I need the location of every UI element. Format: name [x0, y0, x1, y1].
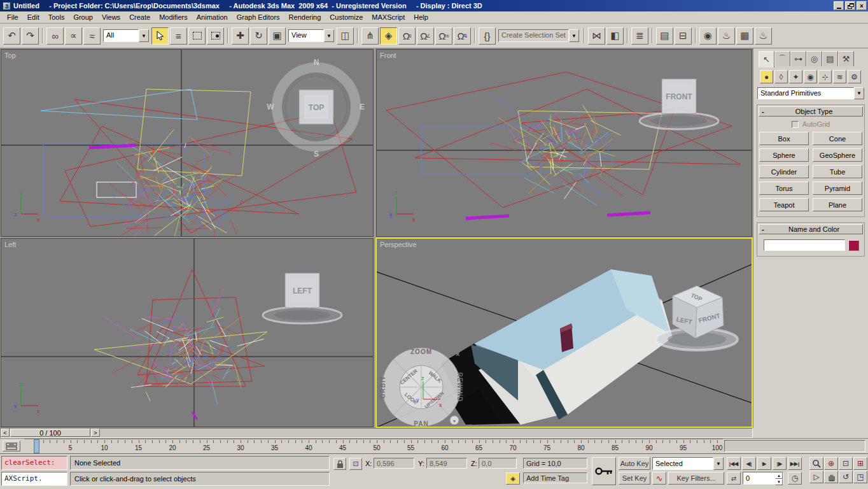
category-geometry-icon[interactable]: ● — [760, 70, 773, 83]
previous-frame-arrow[interactable]: < — [1, 429, 10, 437]
selection-lock-icon[interactable] — [333, 458, 346, 470]
menu-maxscript[interactable]: MAXScript — [367, 12, 409, 22]
category-space-warps-icon[interactable]: ≋ — [833, 70, 846, 83]
tab-hierarchy-icon[interactable]: ⊶ — [790, 51, 806, 66]
rectangular-selection-region-button[interactable] — [188, 27, 206, 45]
window-crossing-button[interactable] — [207, 27, 224, 45]
minimize-button[interactable] — [834, 1, 844, 10]
undo-button[interactable]: ↶ — [3, 27, 20, 45]
viewport-top[interactable]: Top TOP N E S W y x z — [1, 50, 373, 236]
object-type-rollout-header[interactable]: - Object Type — [759, 106, 863, 117]
subcategory-dropdown[interactable]: Standard Primitives ▼ — [757, 87, 864, 99]
quick-render-button[interactable]: ♨ — [755, 27, 772, 45]
select-and-manipulate-button[interactable]: ⋔ — [361, 27, 379, 45]
snaps-toggle-button[interactable]: ◈ — [380, 27, 397, 45]
object-type-teapot-button[interactable]: Teapot — [759, 198, 809, 211]
category-shapes-icon[interactable]: ◊ — [774, 70, 788, 83]
name-color-rollout-header[interactable]: - Name and Color — [759, 224, 863, 234]
frame-spinner[interactable]: ▲▼ — [775, 472, 783, 484]
curve-editor-button[interactable]: ▤ — [656, 27, 673, 45]
chevron-down-icon[interactable]: ▼ — [139, 29, 149, 42]
named-selection-sets-button[interactable]: {} — [479, 27, 496, 45]
tab-modify-icon[interactable]: ⌒ — [774, 51, 790, 66]
mirror-button[interactable]: ⋈ — [588, 27, 605, 45]
open-mini-curve-editor-button[interactable] — [3, 441, 20, 451]
object-type-pyramid-button[interactable]: Pyramid — [813, 181, 862, 195]
y-coordinate-field[interactable]: 8,549 — [426, 458, 467, 469]
select-and-link-button[interactable]: ∞ — [46, 27, 64, 45]
rendered-frame-window-button[interactable]: ▦ — [736, 27, 753, 45]
animation-key-icon-button[interactable] — [592, 457, 616, 485]
redo-button[interactable]: ↷ — [22, 27, 39, 45]
close-button[interactable]: × — [857, 1, 867, 10]
key-mode-dropdown[interactable]: Selected ▼ — [652, 457, 724, 470]
go-to-start-button[interactable]: |◀◀ — [727, 457, 741, 470]
menu-group[interactable]: Group — [69, 12, 97, 22]
object-name-input[interactable] — [764, 239, 845, 251]
zoom-button[interactable] — [809, 457, 823, 470]
chevron-down-icon[interactable]: ▼ — [569, 29, 579, 42]
angle-snap-3d-button[interactable]: Ω3 — [398, 27, 416, 45]
viewport-perspective-active[interactable]: Perspective TOP LEFT FRONT ZOOM PAN ORBI… — [375, 237, 753, 428]
viewcube-icon[interactable]: TOP N E S W — [265, 57, 367, 159]
chevron-down-icon[interactable]: ▼ — [713, 457, 724, 470]
menu-views[interactable]: Views — [97, 12, 125, 22]
bind-to-space-warp-button[interactable]: ≈ — [83, 27, 101, 45]
maximize-viewport-toggle-button[interactable]: ◳ — [853, 471, 867, 483]
maxscript-mini-listener-pink[interactable]: clearSelect: — [1, 456, 67, 470]
object-type-sphere-button[interactable]: Sphere — [759, 148, 809, 162]
viewport-left[interactable]: Left LEFT z y x — [1, 239, 373, 427]
absolute-mode-icon[interactable]: ⊡ — [349, 458, 362, 470]
angle-snap-toggle-button[interactable]: Ω∠ — [417, 27, 434, 45]
object-type-cone-button[interactable]: Cone — [813, 132, 862, 145]
object-type-box-button[interactable]: Box — [759, 132, 809, 145]
next-frame-button[interactable]: |▶ — [773, 457, 787, 470]
select-object-button[interactable] — [151, 27, 169, 45]
object-color-swatch[interactable] — [848, 240, 859, 251]
menu-tools[interactable]: Tools — [44, 12, 69, 22]
align-button[interactable]: ◧ — [606, 27, 624, 45]
tab-display-icon[interactable]: ▤ — [822, 51, 838, 66]
key-filters-button[interactable]: Key Filters... — [668, 472, 724, 485]
viewport-label[interactable]: Left — [4, 241, 16, 248]
category-systems-icon[interactable]: ⚙ — [848, 70, 861, 83]
menu-customize[interactable]: Customize — [325, 12, 367, 22]
menu-modifiers[interactable]: Modifiers — [155, 12, 192, 22]
zoom-extents-button[interactable]: ⊡ — [839, 457, 853, 470]
play-button[interactable]: ▶ — [757, 457, 771, 470]
object-type-tube-button[interactable]: Tube — [813, 165, 862, 178]
viewport-front[interactable]: Front FRONT z x y — [377, 50, 752, 236]
time-configuration-button[interactable]: ◷ — [788, 472, 802, 485]
time-slider-track[interactable] — [0, 428, 753, 438]
layer-manager-button[interactable]: ≣ — [631, 27, 648, 45]
viewport-label[interactable]: Top — [4, 52, 16, 59]
select-by-name-button[interactable]: ≡ — [170, 27, 187, 45]
zoom-extents-all-button[interactable]: ⊞ — [853, 457, 867, 470]
default-in-out-tangent-icon[interactable]: ∿ — [652, 472, 666, 485]
key-mode-toggle-button[interactable]: ⇄ — [727, 472, 741, 485]
menu-create[interactable]: Create — [125, 12, 155, 22]
menu-rendering[interactable]: Rendering — [284, 12, 326, 22]
previous-frame-button[interactable]: ◀| — [742, 457, 756, 470]
menu-file[interactable]: File — [3, 12, 23, 22]
tab-create-icon[interactable]: ↖ — [759, 51, 774, 67]
object-type-torus-button[interactable]: Torus — [759, 181, 809, 195]
use-center-button[interactable]: ◫ — [337, 27, 354, 45]
percent-snap-button[interactable]: Ω% — [435, 27, 452, 45]
render-setup-button[interactable]: ♨ — [718, 27, 735, 45]
tab-utilities-icon[interactable]: ⚒ — [838, 51, 854, 66]
menu-animation[interactable]: Animation — [192, 12, 232, 22]
menu-help[interactable]: Help — [409, 12, 433, 22]
add-time-tag[interactable]: Add Time Tag — [523, 472, 587, 483]
set-key-button[interactable]: Set Key — [619, 472, 650, 485]
tab-motion-icon[interactable]: ◎ — [806, 51, 822, 66]
viewcube-icon[interactable]: FRONT — [631, 70, 727, 134]
category-helpers-icon[interactable]: ⊹ — [818, 70, 832, 83]
object-type-geosphere-button[interactable]: GeoSphere — [813, 148, 862, 162]
select-and-move-button[interactable]: ✚ — [232, 27, 249, 45]
chevron-down-icon[interactable]: ▼ — [324, 29, 334, 42]
category-cameras-icon[interactable]: ◉ — [804, 70, 817, 83]
maxscript-mini-listener-white[interactable]: AXScript. — [1, 472, 67, 486]
selection-filter-dropdown[interactable]: All▼ — [103, 29, 149, 42]
viewport-label[interactable]: Perspective — [380, 241, 416, 248]
